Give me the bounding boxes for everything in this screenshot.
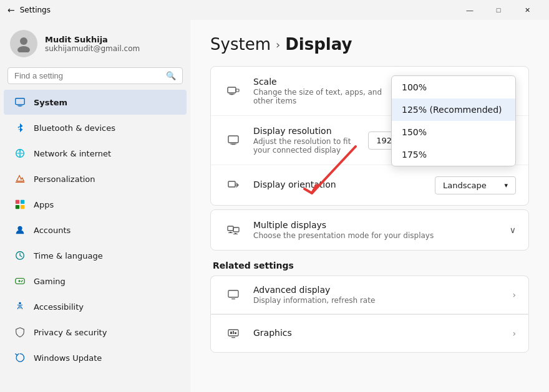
- accounts-icon: [14, 224, 26, 236]
- svg-point-12: [17, 226, 22, 231]
- sidebar-item-bluetooth[interactable]: Bluetooth & devices: [4, 115, 187, 140]
- svg-rect-29: [228, 226, 233, 231]
- svg-rect-35: [228, 290, 238, 297]
- orientation-icon: [223, 175, 243, 195]
- user-profile: Mudit Sukhija sukhijamudit@gmail.com: [0, 20, 190, 65]
- sidebar-item-label-accounts: Accounts: [34, 226, 70, 235]
- sidebar-item-time[interactable]: Time & language: [4, 243, 187, 268]
- svg-rect-32: [228, 232, 233, 233]
- svg-rect-10: [16, 205, 19, 209]
- multiple-displays-icon: [223, 220, 243, 240]
- scale-option-175[interactable]: 175%: [392, 143, 515, 166]
- sidebar-item-system[interactable]: System: [4, 90, 187, 115]
- sidebar-item-label-network: Network & internet: [34, 149, 111, 158]
- sidebar-item-label-personalization: Personalization: [34, 174, 95, 184]
- windows-update-icon: [14, 351, 26, 364]
- svg-rect-2: [16, 98, 24, 105]
- privacy-icon: [14, 326, 26, 338]
- user-name: Mudit Sukhija: [45, 35, 140, 44]
- related-advanced-display[interactable]: Advanced display Display information, re…: [210, 275, 529, 314]
- avatar: [10, 30, 37, 57]
- sidebar: Mudit Sukhija sukhijamudit@gmail.com 🔍: [0, 20, 190, 392]
- scale-dropdown: 100% 125% (Recommended) 150% 175%: [391, 75, 516, 166]
- multiple-displays-desc: Choose the presentation mode for your di…: [253, 231, 510, 240]
- svg-rect-38: [231, 337, 235, 338]
- window-controls: — □ ✕: [455, 0, 542, 20]
- scale-setting-row: Scale Change the size of text, apps, and…: [211, 67, 528, 116]
- nav-list: System Bluetooth & devices: [0, 89, 190, 371]
- resolution-icon: [223, 130, 243, 150]
- maximize-button[interactable]: □: [484, 0, 513, 20]
- multiple-displays-expand[interactable]: ∨: [510, 225, 516, 235]
- sidebar-item-personalization[interactable]: Personalization: [4, 166, 187, 191]
- related-settings-section: Related settings Advanced display Displa…: [210, 261, 529, 353]
- search-input[interactable]: [14, 71, 161, 80]
- resolution-info: Display resolution Adjust the resolution…: [253, 126, 368, 155]
- orientation-info: Display orientation: [253, 179, 435, 191]
- advanced-display-label: Advanced display: [253, 285, 512, 295]
- related-graphics[interactable]: Graphics ›: [210, 314, 529, 353]
- svg-rect-24: [228, 136, 238, 143]
- sidebar-item-windows-update[interactable]: Windows Update: [4, 345, 187, 370]
- graphics-info: Graphics: [253, 328, 512, 339]
- svg-point-17: [22, 280, 23, 281]
- sidebar-item-accessibility[interactable]: Accessibility: [4, 294, 187, 319]
- sidebar-item-label-system: System: [34, 98, 67, 107]
- user-email: sukhijamudit@gmail.com: [45, 44, 140, 53]
- orientation-dropdown[interactable]: Landscape ▾: [435, 176, 516, 194]
- sidebar-item-apps[interactable]: Apps: [4, 192, 187, 217]
- orientation-label: Display orientation: [253, 179, 435, 189]
- scale-info: Scale Change the size of text, apps, and…: [253, 77, 391, 105]
- main-panel: System › Display Scale Ch: [190, 20, 549, 392]
- chevron-down-icon: ▾: [504, 181, 508, 189]
- svg-rect-34: [233, 234, 238, 234]
- svg-rect-23: [236, 89, 239, 92]
- advanced-display-desc: Display information, refresh rate: [253, 296, 512, 305]
- gaming-icon: [14, 275, 26, 287]
- svg-rect-30: [233, 227, 239, 232]
- scale-icon: [223, 81, 243, 101]
- svg-rect-39: [230, 332, 232, 334]
- sidebar-item-gaming[interactable]: Gaming: [4, 269, 187, 294]
- sidebar-item-accounts[interactable]: Accounts: [4, 218, 187, 242]
- sidebar-item-network[interactable]: Network & internet: [4, 141, 187, 166]
- system-icon: [14, 96, 26, 108]
- network-icon: [14, 147, 26, 160]
- orientation-value: Landscape: [443, 181, 487, 190]
- scale-option-150[interactable]: 150%: [392, 121, 515, 143]
- svg-rect-41: [235, 332, 236, 334]
- svg-rect-8: [16, 200, 19, 204]
- svg-point-19: [19, 302, 21, 305]
- breadcrumb-parent: System: [210, 35, 271, 54]
- scale-option-125[interactable]: 125% (Recommended): [392, 98, 515, 121]
- orientation-control: Landscape ▾: [435, 176, 516, 194]
- breadcrumb: System › Display: [210, 35, 529, 54]
- search-icon: 🔍: [166, 71, 176, 80]
- advanced-display-info: Advanced display Display information, re…: [253, 285, 512, 305]
- graphics-label: Graphics: [253, 328, 512, 338]
- scale-label: Scale: [253, 77, 391, 87]
- time-icon: [14, 249, 26, 262]
- back-button[interactable]: ←: [7, 5, 15, 15]
- sidebar-item-label-apps: Apps: [34, 200, 54, 209]
- sidebar-item-label-gaming: Gaming: [34, 277, 66, 286]
- accessibility-icon: [14, 300, 26, 313]
- personalization-icon: [14, 173, 26, 185]
- svg-point-18: [21, 281, 22, 282]
- resolution-desc: Adjust the resolution to fit your connec…: [253, 137, 368, 155]
- svg-rect-20: [228, 87, 236, 93]
- app-body: Mudit Sukhija sukhijamudit@gmail.com 🔍: [0, 20, 549, 392]
- sidebar-item-label-privacy: Privacy & security: [34, 328, 107, 337]
- multiple-displays-row: Multiple displays Choose the presentatio…: [211, 210, 528, 250]
- svg-rect-9: [21, 200, 24, 204]
- bluetooth-icon: [14, 122, 26, 134]
- sidebar-item-label-time: Time & language: [34, 251, 103, 261]
- graphics-chevron: ›: [512, 328, 516, 338]
- minimize-button[interactable]: —: [455, 0, 484, 20]
- scale-option-100[interactable]: 100%: [392, 76, 515, 98]
- multiple-displays-group: Multiple displays Choose the presentatio…: [210, 209, 529, 251]
- close-button[interactable]: ✕: [513, 0, 542, 20]
- advanced-display-icon: [223, 285, 243, 305]
- titlebar-left: ← Settings: [7, 5, 51, 15]
- sidebar-item-privacy[interactable]: Privacy & security: [4, 320, 187, 345]
